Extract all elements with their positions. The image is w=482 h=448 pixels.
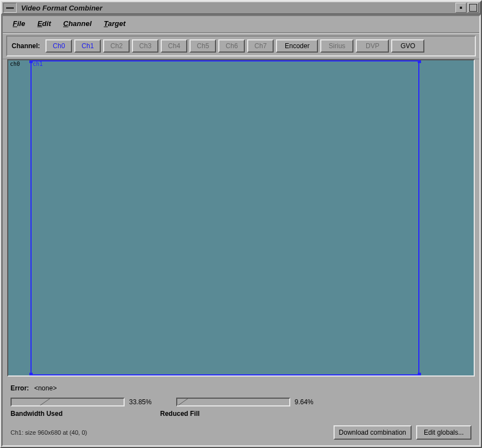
titlebar[interactable]: Video Format Combiner [1, 1, 481, 14]
reduced-fill-label: Reduced Fill [160, 410, 199, 418]
channel-ch1-rect[interactable] [30, 60, 419, 375]
channel-ch0-rect[interactable] [8, 60, 31, 375]
gvo-button[interactable]: GVO [391, 39, 424, 53]
bandwidth-label: Bandwidth Used [11, 410, 63, 418]
channel-ch0-button[interactable]: Ch0 [45, 39, 72, 53]
system-menu-icon[interactable] [3, 3, 17, 13]
download-combination-button[interactable]: Download combination [334, 425, 412, 440]
channel-ch4-button: Ch4 [161, 39, 187, 53]
channel-ch7-button: Ch7 [247, 39, 274, 53]
minimize-icon[interactable] [455, 3, 466, 13]
canvas-wrap: ch0 ch1 [3, 59, 479, 379]
menu-target[interactable]: Target [104, 19, 125, 28]
resize-handle-top-right[interactable] [418, 60, 421, 63]
toolbar-label: Channel: [12, 42, 40, 50]
bandwidth-indicator-icon [22, 398, 52, 406]
error-label: Error: [11, 384, 29, 392]
resize-handle-bottom-left[interactable] [29, 373, 33, 376]
encoder-button[interactable]: Encoder [276, 39, 318, 53]
reduced-fill-meter-block: 9.64% [176, 398, 314, 406]
menu-channel[interactable]: Channel [63, 19, 91, 28]
error-value: <none> [34, 384, 57, 392]
status-text: Ch1: size 960x680 at (40, 0) [11, 429, 334, 436]
channel-ch3-button: Ch3 [132, 39, 158, 53]
dvp-button: DVP [356, 39, 389, 53]
maximize-icon[interactable] [468, 3, 479, 13]
window: Video Format Combiner File Edit Channel … [0, 0, 482, 448]
bandwidth-value: 33.85% [129, 398, 152, 406]
reduced-fill-meter [176, 398, 290, 406]
resize-handle-bottom-right[interactable] [418, 373, 421, 376]
menu-file[interactable]: File [13, 19, 25, 28]
meters-row: 33.85% 9.64% [11, 398, 471, 406]
reduced-fill-indicator-icon [176, 398, 189, 406]
menu-edit[interactable]: Edit [37, 19, 51, 28]
edit-globals-button[interactable]: Edit globals... [416, 425, 471, 440]
toolbar: Channel: Ch0 Ch1 Ch2 Ch3 Ch4 Ch5 Ch6 Ch7… [3, 32, 479, 59]
sirius-button: Sirius [320, 39, 353, 53]
reduced-fill-value: 9.64% [295, 398, 314, 406]
footer: Ch1: size 960x680 at (40, 0) Download co… [11, 423, 471, 440]
channel-ch0-label: ch0 [9, 61, 20, 67]
channel-ch5-button: Ch5 [189, 39, 216, 53]
resize-handle-top-left[interactable] [29, 60, 33, 63]
channel-ch2-button: Ch2 [103, 39, 130, 53]
meter-labels: Bandwidth Used Reduced Fill [11, 410, 471, 418]
layout-canvas[interactable]: ch0 ch1 [7, 59, 475, 377]
channel-ch1-label: ch1 [32, 61, 43, 67]
channel-ch1-button[interactable]: Ch1 [74, 39, 101, 53]
window-title: Video Format Combiner [20, 4, 455, 12]
bandwidth-meter [11, 398, 125, 406]
bottom-panel: Error: <none> 33.85% 9.64% B [3, 379, 479, 445]
bandwidth-meter-block: 33.85% [11, 398, 152, 406]
channel-ch6-button: Ch6 [218, 39, 245, 53]
error-row: Error: <none> [11, 384, 471, 392]
toolbar-inner: Channel: Ch0 Ch1 Ch2 Ch3 Ch4 Ch5 Ch6 Ch7… [6, 35, 476, 56]
client-area: File Edit Channel Target Channel: Ch0 Ch… [1, 14, 481, 447]
menubar: File Edit Channel Target [3, 16, 479, 32]
